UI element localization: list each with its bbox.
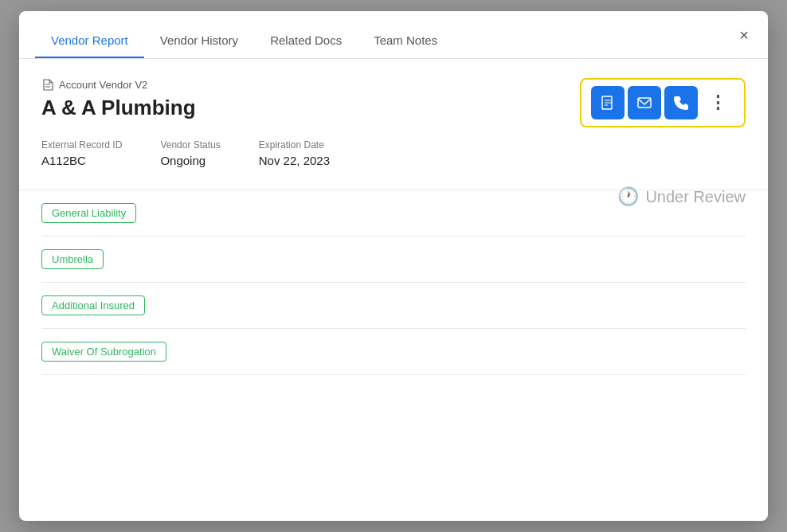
- external-record-id-label: External Record ID: [41, 139, 122, 151]
- tab-related-docs[interactable]: Related Docs: [254, 33, 358, 58]
- umbrella-tag: Umbrella: [41, 249, 104, 269]
- waiver-of-subrogation-row: Waiver Of Subrogation: [41, 329, 746, 375]
- additional-insured-tag: Additional Insured: [41, 295, 145, 315]
- expiration-date-value: Nov 22, 2023: [259, 154, 330, 167]
- modal-body: Account Vendor V2 A & A Plumbing: [19, 59, 768, 394]
- svg-rect-6: [638, 98, 651, 108]
- account-vendor-label: Account Vendor V2: [59, 79, 147, 91]
- waiver-of-subrogation-tag: Waiver Of Subrogation: [41, 342, 166, 362]
- document-icon: [41, 78, 54, 91]
- external-record-id-field: External Record ID A112BC: [41, 139, 122, 167]
- email-button[interactable]: [628, 86, 661, 119]
- close-button[interactable]: ×: [733, 24, 755, 46]
- coi-icon: [600, 95, 616, 111]
- phone-icon: [673, 95, 689, 111]
- email-icon: [636, 95, 652, 111]
- external-record-id-value: A112BC: [41, 154, 122, 167]
- tab-vendor-history[interactable]: Vendor History: [144, 33, 254, 58]
- vendor-status-label: Vendor Status: [160, 139, 220, 151]
- more-button[interactable]: ⋮: [701, 86, 734, 119]
- expiration-date-label: Expiration Date: [259, 139, 330, 151]
- coi-button[interactable]: [591, 86, 625, 119]
- modal-container: Vendor Report Vendor History Related Doc…: [19, 11, 768, 521]
- tab-team-notes[interactable]: Team Notes: [358, 33, 453, 58]
- action-cluster: ⋮: [580, 78, 746, 127]
- vendor-status-field: Vendor Status Ongoing: [160, 139, 220, 167]
- expiration-date-field: Expiration Date Nov 22, 2023: [259, 139, 330, 167]
- tab-vendor-report[interactable]: Vendor Report: [35, 33, 144, 58]
- more-dots-icon: ⋮: [709, 94, 726, 111]
- tab-bar: Vendor Report Vendor History Related Doc…: [19, 11, 768, 59]
- status-badge: 🕐 Under Review: [617, 186, 746, 207]
- clock-icon: 🕐: [617, 186, 639, 207]
- additional-insured-row: Additional Insured: [41, 283, 746, 329]
- modal-overlay: Vendor Report Vendor History Related Doc…: [0, 0, 787, 532]
- status-label: Under Review: [645, 188, 746, 206]
- general-liability-tag: General Liability: [41, 203, 136, 223]
- vendor-status-value: Ongoing: [160, 154, 220, 167]
- info-row: External Record ID A112BC Vendor Status …: [41, 139, 746, 167]
- umbrella-row: Umbrella: [41, 237, 746, 283]
- phone-button[interactable]: [664, 86, 698, 119]
